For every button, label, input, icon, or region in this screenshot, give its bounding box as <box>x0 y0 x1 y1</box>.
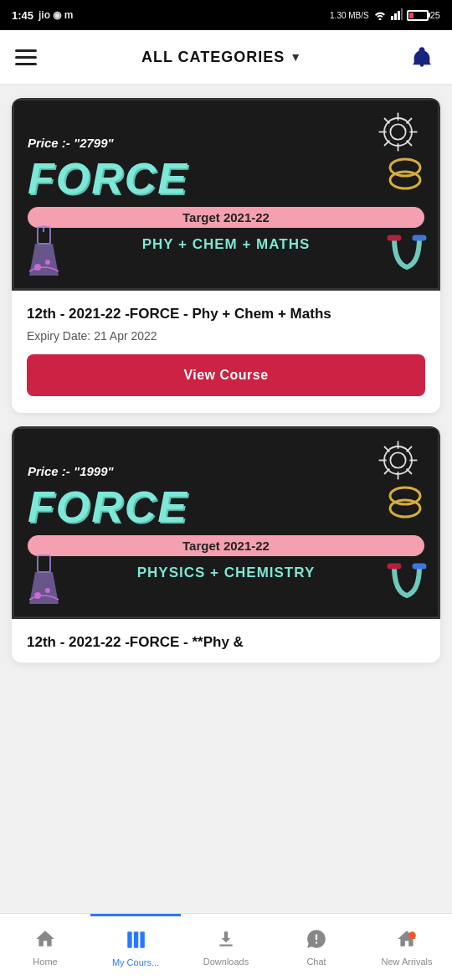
nav-item-my-courses[interactable]: My Cours... <box>90 914 181 980</box>
signal-icon <box>391 8 403 22</box>
notification-bell[interactable] <box>407 42 437 72</box>
course-card-1: Price :- "2799" FORCE Target 2021-22 PHY… <box>12 98 440 413</box>
course-info-1: 12th - 2021-22 -FORCE - Phy + Chem + Mat… <box>12 291 440 413</box>
new-arrivals-label: New Arrivals <box>381 957 432 967</box>
svg-rect-3 <box>401 8 403 20</box>
rings-decoration <box>387 155 424 201</box>
svg-point-23 <box>390 452 405 467</box>
battery-level: 25 <box>430 10 440 20</box>
battery-icon <box>407 10 429 21</box>
header-title-text: ALL CATEGORIES <box>141 49 285 66</box>
magnet-decoration <box>386 234 428 280</box>
svg-point-37 <box>45 588 50 593</box>
nav-item-downloads[interactable]: Downloads <box>181 914 271 980</box>
new-arrivals-icon <box>396 928 418 953</box>
svg-point-15 <box>390 172 420 188</box>
network-speed: 1.30 MB/S <box>330 11 369 20</box>
svg-marker-17 <box>29 244 59 276</box>
my-courses-label: My Cours... <box>112 957 159 967</box>
svg-point-19 <box>45 260 50 265</box>
svg-rect-41 <box>134 931 138 948</box>
course-expiry-1: Expiry Date: 21 Apr 2022 <box>27 329 425 343</box>
force-text: FORCE <box>28 154 188 203</box>
header: ALL CATEGORIES ▼ <box>0 30 452 85</box>
svg-point-5 <box>390 124 405 139</box>
banner-price-1: Price :- "2799" <box>28 136 114 150</box>
banner-title-2: FORCE <box>28 485 188 529</box>
downloads-icon <box>215 928 237 953</box>
sun-decoration <box>375 109 421 155</box>
hamburger-menu[interactable] <box>15 49 37 65</box>
svg-marker-35 <box>29 572 59 604</box>
battery-container: 25 <box>407 10 440 21</box>
course-card-2: Price :- "1999" FORCE Target 2021-22 PHY… <box>12 426 440 663</box>
home-label: Home <box>33 957 57 967</box>
nav-item-chat[interactable]: Chat <box>271 914 362 980</box>
main-content: Price :- "2799" FORCE Target 2021-22 PHY… <box>0 85 452 738</box>
bottom-nav: Home My Cours... Downloads Chat <box>0 913 452 980</box>
svg-point-43 <box>408 931 416 939</box>
my-courses-icon <box>125 929 146 954</box>
svg-rect-0 <box>391 16 393 20</box>
nav-item-new-arrivals[interactable]: New Arrivals <box>362 914 452 980</box>
dropdown-arrow: ▼ <box>290 50 302 64</box>
banner-price-2: Price :- "1999" <box>28 464 114 478</box>
downloads-label: Downloads <box>203 957 249 967</box>
svg-rect-34 <box>38 555 50 572</box>
banner-subjects-2: PHYSICS + CHEMISTRY <box>28 565 424 581</box>
course-info-2: 12th - 2021-22 -FORCE - **Phy & <box>12 619 440 663</box>
svg-rect-1 <box>394 13 397 20</box>
force-text-2: FORCE <box>28 482 188 531</box>
course-banner-2: Price :- "1999" FORCE Target 2021-22 PHY… <box>12 426 440 619</box>
nav-item-home[interactable]: Home <box>0 914 90 980</box>
course-banner-1: Price :- "2799" FORCE Target 2021-22 PHY… <box>12 98 440 291</box>
banner-title-1: FORCE <box>28 157 188 200</box>
svg-rect-2 <box>398 11 400 20</box>
view-course-btn-1[interactable]: View Course <box>27 354 425 396</box>
chat-icon <box>306 928 327 953</box>
flask-decoration-2 <box>21 554 67 608</box>
sun-decoration-2 <box>375 437 421 483</box>
magnet-decoration-2 <box>386 562 428 608</box>
status-right: 1.30 MB/S 25 <box>330 8 440 22</box>
banner-target-1: Target 2021-22 <box>28 207 424 228</box>
status-left: 1:45 jio ◉ m <box>12 9 73 22</box>
time: 1:45 <box>12 9 33 22</box>
course-name-2: 12th - 2021-22 -FORCE - **Phy & <box>27 632 425 652</box>
svg-rect-42 <box>140 931 144 948</box>
svg-rect-40 <box>127 931 131 948</box>
course-name-1: 12th - 2021-22 -FORCE - Phy + Chem + Mat… <box>27 304 425 324</box>
status-bar: 1:45 jio ◉ m 1.30 MB/S 25 <box>0 0 452 30</box>
chat-label: Chat <box>306 957 326 967</box>
banner-subjects-1: PHY + CHEM + MATHS <box>28 236 424 253</box>
category-selector[interactable]: ALL CATEGORIES ▼ <box>141 49 302 66</box>
banner-target-2: Target 2021-22 <box>28 535 424 556</box>
rings-decoration-2 <box>387 483 424 529</box>
home-icon <box>34 928 56 953</box>
flask-decoration <box>21 225 67 280</box>
wifi-icon <box>373 8 387 22</box>
svg-point-33 <box>390 500 420 517</box>
carrier-icons: jio ◉ m <box>39 9 73 21</box>
